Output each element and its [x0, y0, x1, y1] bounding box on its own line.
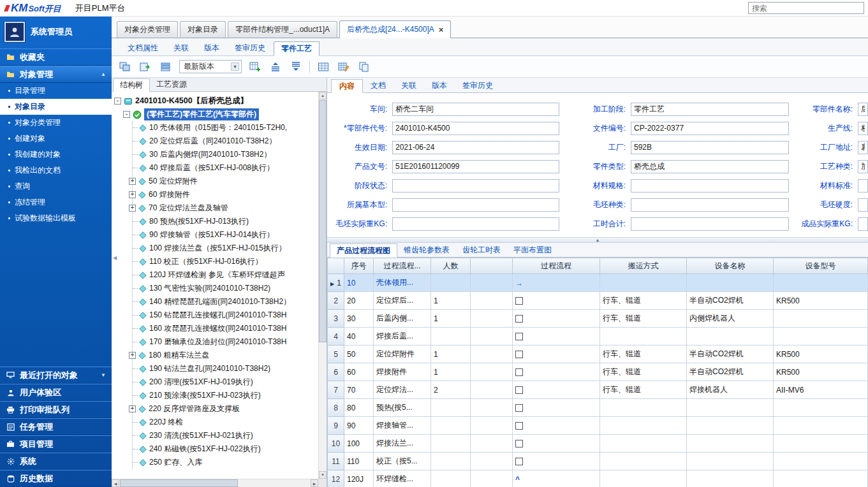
library-icon[interactable]	[159, 61, 173, 73]
model-cell[interactable]	[774, 435, 868, 453]
sidebar-collapse-handle[interactable]: ◀	[112, 241, 118, 274]
operation-node-24[interactable]: 240 粘磁铁(按51XF-HJ-022执行)	[133, 442, 318, 456]
people-cell[interactable]	[431, 453, 471, 470]
process-cell[interactable]: 校正（按5...	[374, 453, 431, 470]
equipment-cell[interactable]	[687, 470, 774, 487]
model-cell[interactable]	[774, 399, 868, 417]
detail-tab-2[interactable]: 关联	[394, 78, 424, 92]
search-input[interactable]	[748, 2, 864, 14]
operation-node-4[interactable]: +50 定位焊附件	[133, 175, 318, 188]
tree-vertical-scrollbar[interactable]: ▲ ▼	[318, 92, 327, 479]
equipment-cell[interactable]: 内侧焊机器人	[687, 310, 774, 328]
flow-checkbox[interactable]	[515, 315, 523, 323]
blank-cell[interactable]	[471, 310, 513, 328]
seq-cell[interactable]: 100	[344, 435, 374, 453]
detail-tab-4[interactable]: 签审历史	[455, 78, 501, 92]
model-cell[interactable]: KR500	[774, 363, 868, 381]
model-cell[interactable]	[774, 417, 868, 435]
export-icon[interactable]	[138, 61, 152, 73]
field-input-1-1[interactable]	[631, 122, 789, 135]
operation-node-1[interactable]: 20 定位焊后盖（同2401010-T38H2）	[133, 134, 318, 148]
field-input-4-1[interactable]	[631, 179, 789, 193]
transport-cell[interactable]	[600, 417, 687, 435]
compare-icon[interactable]	[118, 61, 132, 73]
process-cell[interactable]: 定位焊附件	[374, 345, 431, 363]
equipment-cell[interactable]	[687, 399, 774, 417]
flow-checkbox[interactable]	[515, 440, 523, 447]
people-cell[interactable]	[431, 470, 471, 487]
transport-cell[interactable]: 行车、辊道	[600, 292, 687, 310]
seq-cell[interactable]: 20	[344, 292, 374, 310]
seq-cell[interactable]: 110	[344, 453, 374, 470]
table-row-8[interactable]: 990焊接轴管...	[328, 417, 868, 435]
tree-tab-1[interactable]: 工艺资源	[150, 78, 193, 91]
field-input-6-0[interactable]	[392, 217, 559, 231]
transport-cell[interactable]	[600, 274, 687, 292]
vertical-scroll-thumb[interactable]	[319, 100, 327, 342]
field-input-3-1[interactable]	[631, 160, 789, 173]
version-dropdown[interactable]: 最新版本▼	[179, 60, 242, 73]
field-input-2-1[interactable]	[631, 141, 789, 154]
flow-cell[interactable]	[513, 363, 600, 381]
expand-expander-icon[interactable]: +	[129, 405, 136, 412]
operation-node-14[interactable]: 150 钻琵琶孔连接螺孔(同2401010-T38H	[133, 309, 318, 322]
scroll-down-icon[interactable]: ▼	[319, 471, 327, 479]
operation-node-22[interactable]: 220J 终检	[133, 416, 318, 429]
doc-tab-3[interactable]: 后桥壳总成[24...-K4500]A×	[339, 20, 451, 38]
table-icon[interactable]	[316, 61, 330, 73]
field-input-6-2[interactable]	[858, 217, 868, 231]
view-tab-4[interactable]: 零件工艺	[274, 41, 320, 56]
flow-cell[interactable]: ^	[513, 470, 600, 487]
splitter-up-icon[interactable]: ▲	[596, 238, 600, 242]
flow-cell[interactable]	[513, 381, 600, 399]
table-row-1[interactable]: 220定位焊后...1行车、辊道半自动CO2焊机KR500	[328, 292, 868, 310]
edit-table-icon[interactable]	[337, 61, 351, 73]
blank-cell[interactable]	[471, 345, 513, 363]
equipment-cell[interactable]	[687, 435, 774, 453]
transport-cell[interactable]: 行车、辊道	[600, 381, 687, 399]
equipment-cell[interactable]: 半自动CO2焊机	[687, 345, 774, 363]
operation-node-0[interactable]: 10 壳体领用（015图号：2401015-T2H0,	[133, 121, 318, 134]
model-cell[interactable]: KR500	[774, 345, 868, 363]
doc-tab-1[interactable]: 对象目录	[180, 21, 226, 38]
column-header-1[interactable]: 过程流程...	[374, 258, 431, 274]
collapse-all-icon[interactable]	[268, 61, 283, 73]
blank-cell[interactable]	[471, 274, 513, 292]
scroll-right-icon[interactable]: ▶	[311, 479, 318, 487]
people-cell[interactable]	[431, 435, 471, 453]
model-cell[interactable]: AII-MV6	[774, 381, 868, 399]
detail-tab-1[interactable]: 文档	[363, 78, 394, 92]
process-cell[interactable]: 定位焊后...	[374, 292, 431, 310]
process-tab-2[interactable]: 齿轮工时表	[456, 243, 507, 257]
tree-root-node[interactable]: -2401010-K4500【后桥壳总成】	[114, 94, 318, 108]
people-cell[interactable]: 1	[431, 345, 471, 363]
flow-cell[interactable]	[513, 328, 600, 345]
field-input-4-0[interactable]	[392, 179, 559, 193]
field-input-3-0[interactable]	[392, 160, 559, 173]
view-tab-1[interactable]: 关联	[166, 41, 196, 55]
operation-node-23[interactable]: 230 清洗(按51XF-HJ-021执行)	[133, 429, 318, 442]
sidebar-item-7[interactable]: 冻结管理	[0, 194, 112, 210]
expand-expander-icon[interactable]: +	[129, 205, 136, 212]
column-header-6[interactable]: 设备名称	[687, 258, 774, 274]
equipment-cell[interactable]: 焊接机器人	[687, 381, 774, 399]
transport-cell[interactable]	[600, 399, 687, 417]
blank-cell[interactable]	[471, 417, 513, 435]
flow-cell[interactable]	[513, 310, 600, 328]
table-row-5[interactable]: 660焊接附件1行车、辊道半自动CO2焊机KR500	[328, 363, 868, 381]
sidebar-section-tasks[interactable]: 任务管理	[0, 418, 112, 435]
field-input-5-2[interactable]	[858, 198, 868, 212]
sidebar-item-0[interactable]: 目录管理	[0, 83, 112, 99]
process-tab-3[interactable]: 平面布置图	[507, 243, 558, 257]
operation-node-8[interactable]: 90 焊接轴管（按51XF-HJ-014执行）	[133, 228, 318, 242]
operation-node-9[interactable]: 100 焊接法兰盘（按51XF-HJ-015执行）	[133, 242, 318, 255]
sidebar-section-recent[interactable]: 最近打开的对象▼	[0, 367, 112, 384]
column-header-4[interactable]: 过程流程	[513, 258, 600, 274]
operation-node-3[interactable]: 40 焊接后盖（按51XF-HJ-008执行）	[133, 161, 318, 175]
model-cell[interactable]	[774, 328, 868, 345]
operation-node-21[interactable]: +220 反序焊管路座及支撑板	[133, 402, 318, 416]
operation-node-15[interactable]: 160 攻琵琶孔连接螺纹(同2401010-T38H	[133, 322, 318, 335]
expand-expander-icon[interactable]: +	[129, 352, 136, 359]
column-header-2[interactable]: 人数	[431, 258, 471, 274]
seq-cell[interactable]: 60	[344, 363, 374, 381]
